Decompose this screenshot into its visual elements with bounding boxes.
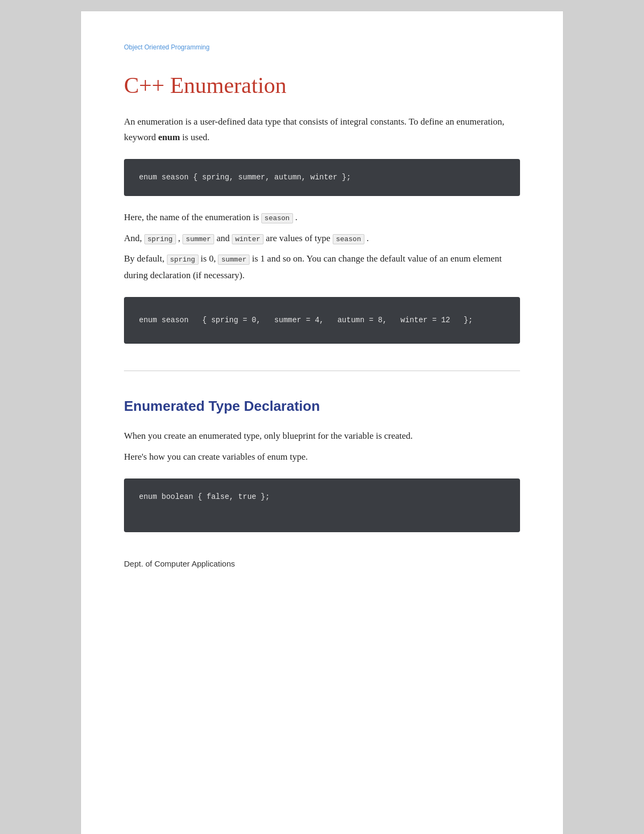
inline-code-season-1: season <box>261 213 293 223</box>
section-divider <box>124 371 520 371</box>
code-block-2-line9: winter = 12 <box>400 316 450 324</box>
footer-text: Dept. of Computer Applications <box>124 559 235 568</box>
code-block-3: enum boolean { false, true }; <box>124 478 520 532</box>
inline-code-spring-2: spring <box>167 255 199 265</box>
code-block-2-line8 <box>392 316 396 324</box>
code-block-2-line11: }; <box>464 316 473 324</box>
inline-code-summer-2: summer <box>218 255 250 265</box>
breadcrumb-label: Object Oriented Programming <box>124 43 209 51</box>
body-line-2-and2: and <box>216 233 232 243</box>
body-line-3-is0: is 0, <box>201 253 218 264</box>
body-line-3: By default, spring is 0, summer is 1 and… <box>124 251 520 284</box>
code-block-2-line6 <box>328 316 333 324</box>
footer: Dept. of Computer Applications <box>124 559 520 568</box>
inline-code-spring: spring <box>144 234 176 244</box>
code-block-2-line4 <box>265 316 269 324</box>
inline-code-season-2: season <box>333 234 364 244</box>
page: Object Oriented Programming C++ Enumerat… <box>80 11 564 834</box>
code-line-1: enum season { spring, summer, autumn, wi… <box>139 171 505 184</box>
code-block-1: enum season { spring, summer, autumn, wi… <box>124 159 520 196</box>
intro-paragraph: An enumeration is a user-defined data ty… <box>124 114 520 146</box>
body-text-section: Here, the name of the enumeration is sea… <box>124 209 520 284</box>
body-line-2-end: . <box>367 233 369 243</box>
inline-code-summer: summer <box>182 234 214 244</box>
body-line-2: And, spring , summer and winter are valu… <box>124 230 520 247</box>
section2-paragraph2: Here's how you can create variables of e… <box>124 449 520 466</box>
code-block-2-line10 <box>455 316 459 324</box>
intro-keyword: enum <box>158 132 180 142</box>
code-block-2-line5: summer = 4, <box>274 316 324 324</box>
code-block-2-line1: enum season <box>139 316 188 324</box>
code-block-2: enum season { spring = 0, summer = 4, au… <box>124 297 520 344</box>
intro-text-after: is used. <box>182 132 210 142</box>
code-block-2-line7: autumn = 8, <box>338 316 387 324</box>
body-line-3-by-default: By default, <box>124 253 167 264</box>
code-block-3-line1: enum boolean { false, true }; <box>139 490 270 504</box>
inline-code-winter: winter <box>232 234 264 244</box>
page-title: C++ Enumeration <box>124 72 520 98</box>
intro-text-before: An enumeration is a user-defined data ty… <box>124 117 504 142</box>
body-line-1: Here, the name of the enumeration is sea… <box>124 209 520 226</box>
breadcrumb: Object Oriented Programming <box>124 43 520 51</box>
body-line-1-text: Here, the name of the enumeration is <box>124 212 261 222</box>
section2-paragraph1: When you create an enumerated type, only… <box>124 428 520 445</box>
code-block-2-line2 <box>193 316 197 324</box>
body-line-2-middle: are values of type <box>266 233 333 243</box>
body-line-2-and: And, <box>124 233 144 243</box>
code-block-2-line3: { spring = 0, <box>202 316 261 324</box>
body-line-1-end: . <box>295 212 297 222</box>
section2-text: When you create an enumerated type, only… <box>124 428 520 465</box>
section2-title: Enumerated Type Declaration <box>124 398 520 415</box>
